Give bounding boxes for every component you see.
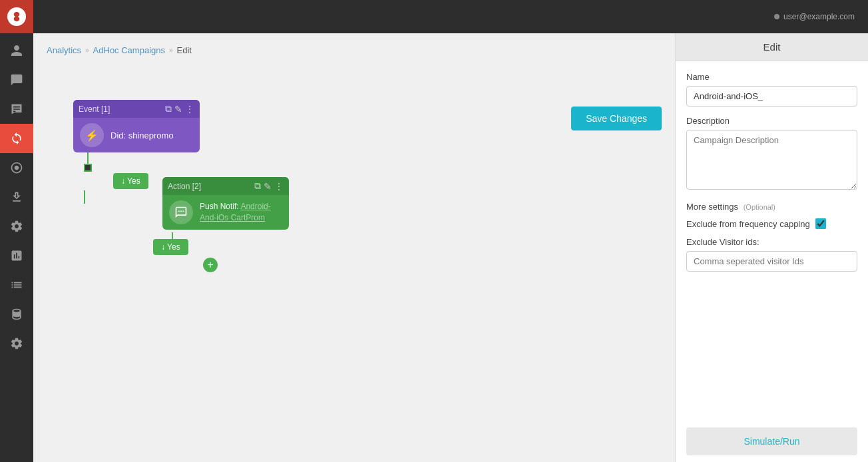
event-header: Event [1] ⧉ ✎ ⋮ (73, 100, 200, 118)
sidebar-item-upload[interactable] (0, 182, 33, 212)
connector-dot1 (84, 164, 92, 172)
yes-button-1[interactable]: ↓ Yes (113, 173, 148, 189)
visitor-ids-input[interactable] (686, 251, 857, 272)
event-icon: ⚡ (80, 123, 104, 147)
save-changes-button[interactable]: Save Changes (571, 107, 662, 130)
visitor-ids-label: Exclude Visitor ids: (686, 237, 857, 247)
event-label: Event [1] (79, 105, 110, 114)
flow-container: Event [1] ⧉ ✎ ⋮ ⚡ Did: shinepromo (73, 100, 289, 272)
canvas-area: Analytics » AdHoc Campaigns » Edit Save … (33, 33, 675, 462)
event-copy-icon[interactable]: ⧉ (165, 103, 172, 115)
breadcrumb-sep1: » (85, 47, 89, 54)
right-panel: Edit Name Description More settings (Opt… (675, 33, 868, 462)
action-edit-icon[interactable]: ✎ (264, 181, 272, 192)
event-edit-icon[interactable]: ✎ (174, 104, 182, 115)
action-more-icon[interactable]: ⋮ (274, 181, 284, 192)
action-copy-icon[interactable]: ⧉ (254, 180, 261, 192)
sidebar-item-database[interactable] (0, 300, 33, 329)
action-body: Push Notif: Android-And-iOs CartProm (162, 195, 289, 230)
frequency-capping-checkbox[interactable] (815, 218, 826, 229)
panel-body: Name Description More settings (Optional… (676, 61, 868, 421)
sidebar-item-megaphone[interactable] (0, 95, 33, 124)
connector-v3 (172, 232, 173, 239)
topbar-user: user@example.com (774, 12, 855, 21)
event-block: Event [1] ⧉ ✎ ⋮ ⚡ Did: shinepromo (73, 100, 200, 152)
connector-v1 (87, 152, 89, 164)
more-settings-label: More settings (Optional) (686, 202, 857, 212)
add-btn-row: + (73, 258, 289, 272)
action-row: Action [2] ⧉ ✎ ⋮ (73, 190, 289, 230)
event-text: Did: shinepromo (110, 130, 174, 140)
panel-title: Edit (676, 33, 868, 61)
yes-btn-2-row: ↓ Yes (73, 239, 289, 255)
connector-v2 (84, 190, 85, 204)
name-label: Name (686, 72, 857, 82)
yes-button-2[interactable]: ↓ Yes (153, 239, 188, 255)
sidebar-item-settings[interactable] (0, 212, 33, 241)
action-prefix: Push Notif: (200, 202, 240, 211)
user-status-dot (774, 14, 779, 19)
event-header-icons: ⧉ ✎ ⋮ (165, 103, 194, 115)
description-label: Description (686, 116, 857, 126)
action-text: Push Notif: Android-And-iOs CartProm (200, 201, 282, 224)
event-body: ⚡ Did: shinepromo (73, 118, 200, 152)
frequency-capping-row: Exclude from frequency capping (686, 218, 857, 229)
sidebar (0, 0, 33, 462)
sidebar-item-chat[interactable] (0, 65, 33, 95)
action-label: Action [2] (168, 182, 201, 191)
logo[interactable] (0, 0, 33, 33)
event-more-icon[interactable]: ⋮ (185, 104, 194, 115)
action-block: Action [2] ⧉ ✎ ⋮ (162, 177, 289, 230)
action-header-left: Action [2] (168, 182, 201, 191)
sidebar-item-active[interactable] (0, 124, 33, 153)
breadcrumb-sep2: » (169, 47, 173, 54)
simulate-run-button[interactable]: Simulate/Run (686, 427, 857, 455)
topbar: user@example.com (33, 0, 868, 33)
action-header-icons: ⧉ ✎ ⋮ (254, 180, 284, 192)
add-node-button[interactable]: + (203, 258, 218, 272)
name-input[interactable] (686, 86, 857, 107)
content-area: Analytics » AdHoc Campaigns » Edit Save … (33, 33, 868, 462)
breadcrumb-adhoc[interactable]: AdHoc Campaigns (93, 45, 165, 55)
breadcrumb: Analytics » AdHoc Campaigns » Edit (47, 45, 192, 55)
sidebar-item-target[interactable] (0, 153, 33, 182)
sidebar-item-chart[interactable] (0, 241, 33, 270)
user-email: user@example.com (783, 12, 855, 21)
action-icon (169, 200, 193, 224)
frequency-capping-label: Exclude from frequency capping (686, 219, 810, 229)
sidebar-item-gear[interactable] (0, 329, 33, 358)
yes-row-2 (73, 232, 289, 239)
sidebar-item-list[interactable] (0, 270, 33, 300)
breadcrumb-analytics[interactable]: Analytics (47, 45, 81, 55)
action-header: Action [2] ⧉ ✎ ⋮ (162, 177, 289, 195)
event-header-left: Event [1] (79, 105, 110, 114)
description-textarea[interactable] (686, 130, 857, 190)
breadcrumb-current: Edit (177, 45, 192, 55)
logo-icon (7, 7, 26, 26)
main-area: user@example.com Analytics » AdHoc Campa… (33, 0, 868, 462)
sidebar-item-user[interactable] (0, 36, 33, 65)
